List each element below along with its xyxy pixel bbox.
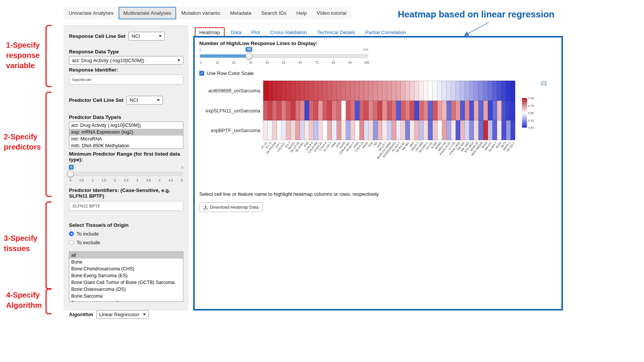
heatmap-cell[interactable]: [305, 120, 309, 140]
heatmap-cell[interactable]: [488, 101, 492, 120]
heatmap-cell[interactable]: [433, 81, 437, 101]
heatmap-cell[interactable]: [268, 101, 272, 120]
heatmap-cell[interactable]: [502, 101, 506, 120]
heatmap-cell[interactable]: [295, 120, 300, 140]
heatmap-cell[interactable]: [442, 101, 447, 120]
heatmap-cell[interactable]: [483, 81, 488, 101]
heatmap-cell[interactable]: [497, 81, 502, 101]
heatmap-cell[interactable]: [387, 81, 392, 101]
heatmap-cell[interactable]: [492, 81, 497, 101]
tissue-option[interactable]: Bone: [69, 259, 183, 265]
heatmap-cell[interactable]: [281, 101, 286, 120]
heatmap-cell[interactable]: [327, 101, 332, 120]
slider-handle[interactable]: [245, 53, 252, 59]
tab-data[interactable]: Data: [227, 28, 245, 37]
heatmap-cell[interactable]: [511, 101, 515, 120]
heatmap-cell[interactable]: [387, 120, 392, 140]
heatmap-cell[interactable]: [438, 101, 442, 120]
slider-track[interactable]: [69, 172, 183, 176]
heatmap-cell[interactable]: [396, 101, 401, 120]
heatmap-cell[interactable]: [364, 81, 369, 101]
heatmap-cell[interactable]: [401, 120, 405, 140]
response-cell-line-set-select[interactable]: NCI: [128, 32, 165, 41]
heatmap-cell[interactable]: [497, 120, 502, 140]
heatmap-cell[interactable]: [341, 120, 346, 140]
heatmap-cell[interactable]: [341, 81, 346, 101]
heatmap-cell[interactable]: [456, 81, 460, 101]
tissue-option[interactable]: Peripheral_Nervous_System: [69, 300, 183, 302]
nav-item-search-ids[interactable]: Search IDs: [256, 7, 291, 19]
predictor-identifiers-input[interactable]: [69, 201, 183, 211]
heatmap-cell[interactable]: [465, 120, 469, 140]
heatmap-cell[interactable]: [364, 101, 369, 120]
heatmap-cell[interactable]: [483, 120, 488, 140]
heatmap-cell[interactable]: [401, 101, 405, 120]
heatmap-cell[interactable]: [318, 101, 323, 120]
heatmap-cell[interactable]: [424, 120, 428, 140]
tab-technical-details[interactable]: Technical Details: [313, 28, 359, 37]
heatmap-cell[interactable]: [300, 101, 305, 120]
heatmap-cell[interactable]: [323, 120, 327, 140]
heatmap-cell[interactable]: [392, 101, 396, 120]
heatmap-cell[interactable]: [506, 101, 511, 120]
heatmap-cell[interactable]: [286, 101, 291, 120]
heatmap-cell[interactable]: [378, 81, 382, 101]
nav-item-help[interactable]: Help: [291, 7, 312, 19]
heatmap-cell[interactable]: [387, 101, 392, 120]
predictor-data-type-option[interactable]: mth: DNA 850K Methylation: [69, 142, 183, 149]
heatmap-cell[interactable]: [281, 120, 286, 140]
heatmap-cell[interactable]: [277, 120, 281, 140]
heatmap-cell[interactable]: [438, 81, 442, 101]
nav-item-video-tutorial[interactable]: Video tutorial: [312, 7, 352, 19]
heatmap-cell[interactable]: [291, 101, 295, 120]
heatmap-cell[interactable]: [332, 101, 336, 120]
heatmap-cell[interactable]: [460, 101, 465, 120]
tab-cross-validation[interactable]: Cross-Validation: [266, 28, 311, 37]
heatmap-cell[interactable]: [451, 101, 456, 120]
heatmap-cell[interactable]: [314, 120, 318, 140]
algorithm-select[interactable]: Linear Regression: [96, 310, 149, 319]
heatmap-cell[interactable]: [465, 101, 469, 120]
heatmap-cell[interactable]: [414, 101, 419, 120]
heatmap-cell[interactable]: [309, 120, 314, 140]
heatmap-cell[interactable]: [497, 101, 502, 120]
heatmap-cell[interactable]: [469, 81, 474, 101]
heatmap-cell[interactable]: [350, 120, 355, 140]
heatmap-cell[interactable]: [405, 81, 410, 101]
response-data-type-select[interactable]: act: Drug Activity (-log10[IC50M]): [69, 56, 183, 65]
heatmap-cell[interactable]: [465, 81, 469, 101]
heatmap-cell[interactable]: [438, 120, 442, 140]
heatmap-cell[interactable]: [318, 81, 323, 101]
heatmap-cell[interactable]: [474, 101, 478, 120]
predictor-data-type-option[interactable]: mir: MicroRNA: [69, 136, 183, 142]
heatmap-cell[interactable]: [263, 120, 268, 140]
tissue-option[interactable]: Bone:Chondrosarcoma (CHS): [69, 265, 183, 272]
nav-item-multivariate-analyses[interactable]: Multivariate Analyses: [119, 7, 177, 19]
heatmap-cell[interactable]: [414, 81, 419, 101]
heatmap-cell[interactable]: [360, 101, 364, 120]
predictor-data-type-option[interactable]: exp: mRNA Expression (log2): [69, 129, 183, 136]
heatmap-cell[interactable]: [396, 120, 401, 140]
heatmap-cell[interactable]: [364, 120, 369, 140]
heatmap-cell[interactable]: [369, 120, 373, 140]
download-heatmap-data-button[interactable]: Download Heatmap Data: [199, 202, 263, 212]
heatmap-cell[interactable]: [396, 81, 401, 101]
heatmap-cell[interactable]: [506, 81, 511, 101]
heatmap-cell[interactable]: [378, 101, 382, 120]
heatmap-cell[interactable]: [447, 120, 451, 140]
heatmap-cell[interactable]: [295, 101, 300, 120]
nav-item-mutation-variants[interactable]: Mutation variants: [176, 7, 225, 19]
heatmap-cell[interactable]: [492, 101, 497, 120]
heatmap-cell[interactable]: [286, 120, 291, 140]
response-identifier-input[interactable]: [69, 75, 183, 84]
heatmap-cell[interactable]: [314, 81, 318, 101]
tab-partial-correlation[interactable]: Partial Correlation: [361, 28, 410, 37]
slider-handle[interactable]: [67, 170, 74, 177]
heatmap-cell[interactable]: [410, 81, 414, 101]
heatmap-cell[interactable]: [392, 120, 396, 140]
response-lines-slider[interactable]: 1 100 30 1112131415161718191100: [199, 48, 368, 66]
heatmap-cell[interactable]: [286, 81, 291, 101]
heatmap-cell[interactable]: [291, 81, 295, 101]
heatmap-cell[interactable]: [474, 120, 478, 140]
heatmap-cell[interactable]: [447, 101, 451, 120]
